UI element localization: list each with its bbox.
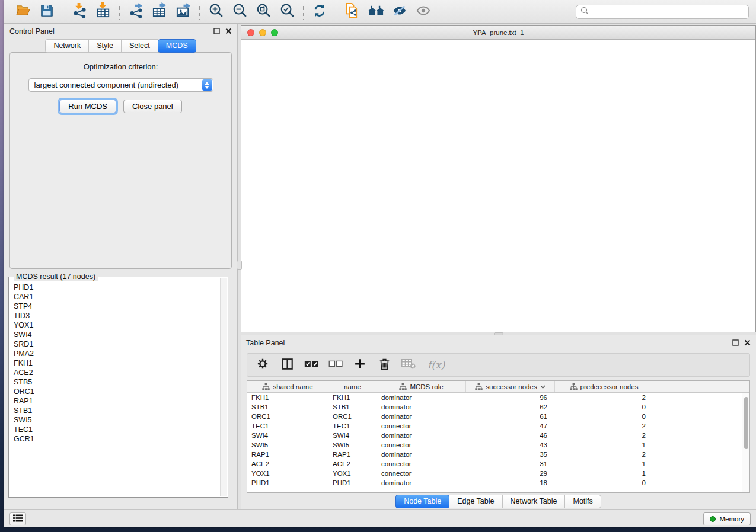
table-cell[interactable]: connector — [377, 460, 466, 467]
table-cell[interactable]: 46 — [466, 432, 555, 439]
result-list-item[interactable]: PHD1 — [14, 283, 220, 292]
table-cell[interactable]: connector — [377, 470, 466, 477]
tab-motifs[interactable]: Motifs — [564, 495, 601, 508]
table-cell[interactable]: FKH1 — [328, 394, 377, 401]
tab-node-table[interactable]: Node Table — [395, 495, 449, 508]
table-row[interactable]: PHD1PHD1dominator180 — [247, 478, 749, 488]
panel-resize-handle-vertical[interactable] — [237, 261, 242, 270]
tab-edge-table[interactable]: Edge Table — [449, 495, 502, 508]
duplicate-network-button[interactable] — [340, 2, 364, 21]
delete-column-button[interactable] — [377, 357, 392, 373]
open-session-button[interactable] — [11, 2, 35, 21]
result-list-item[interactable]: YOX1 — [14, 321, 220, 330]
table-cell[interactable]: 61 — [466, 413, 555, 420]
table-cell[interactable]: 1 — [555, 460, 653, 467]
table-row[interactable]: TEC1TEC1connector472 — [247, 421, 749, 431]
table-cell[interactable]: 29 — [466, 470, 555, 477]
result-list-item[interactable]: ORC1 — [14, 387, 220, 396]
column-header-successor-nodes[interactable]: successor nodes — [466, 381, 555, 392]
table-cell[interactable]: 2 — [555, 451, 653, 458]
result-list-item[interactable]: FKH1 — [14, 358, 220, 368]
table-cell[interactable]: 96 — [466, 394, 555, 401]
tab-network-table[interactable]: Network Table — [502, 495, 566, 508]
import-network-button[interactable] — [68, 2, 91, 21]
hide-selected-button[interactable] — [388, 2, 412, 21]
network-canvas[interactable] — [241, 40, 755, 332]
table-cell[interactable]: SWI4 — [247, 432, 328, 439]
table-row[interactable]: FKH1FKH1dominator962 — [247, 393, 749, 402]
result-list-item[interactable]: RAP1 — [14, 396, 220, 406]
result-list-item[interactable]: SWI5 — [14, 415, 220, 425]
table-cell[interactable]: 18 — [466, 479, 555, 486]
table-settings-button[interactable] — [255, 357, 270, 373]
table-cell[interactable]: 1 — [555, 441, 653, 448]
mcds-result-scrollbar[interactable] — [220, 278, 227, 496]
table-cell[interactable]: SWI4 — [328, 432, 377, 439]
result-list-item[interactable]: GCR1 — [14, 434, 220, 444]
table-cell[interactable]: ACE2 — [247, 460, 328, 467]
column-header-MCDS-role[interactable]: MCDS role — [377, 381, 466, 392]
result-list-item[interactable]: STB5 — [14, 377, 220, 387]
column-visibility-button[interactable] — [279, 357, 295, 373]
table-cell[interactable]: TEC1 — [328, 422, 377, 430]
table-row[interactable]: YOX1YOX1connector291 — [247, 469, 749, 478]
zoom-in-button[interactable] — [204, 2, 228, 21]
search-input[interactable] — [592, 8, 744, 16]
result-list-item[interactable]: PMA2 — [14, 349, 220, 358]
window-maximize-icon[interactable] — [271, 29, 278, 36]
deselect-all-rows-button[interactable] — [328, 357, 343, 373]
memory-button[interactable]: Memory — [703, 512, 751, 525]
task-history-button[interactable] — [9, 512, 26, 525]
close-table-panel-icon[interactable] — [744, 338, 751, 348]
table-row[interactable]: ACE2ACE2connector311 — [247, 459, 749, 469]
panel-resize-handle-horizontal[interactable] — [494, 332, 503, 335]
table-cell[interactable]: 43 — [466, 441, 555, 448]
table-cell[interactable]: 0 — [555, 479, 653, 486]
table-cell[interactable]: SWI5 — [247, 441, 328, 448]
table-cell[interactable]: ACE2 — [328, 460, 377, 467]
close-panel-button[interactable]: Close panel — [123, 100, 182, 113]
table-cell[interactable]: YOX1 — [328, 470, 377, 477]
optimization-criterion-select[interactable]: largest connected component (undirected) — [28, 78, 213, 92]
save-session-button[interactable] — [35, 2, 59, 21]
tab-style[interactable]: Style — [88, 39, 122, 53]
table-scrollbar-thumb[interactable] — [744, 397, 748, 449]
table-cell[interactable]: RAP1 — [247, 451, 328, 458]
result-list-item[interactable]: SRD1 — [14, 339, 220, 349]
table-cell[interactable]: ORC1 — [328, 413, 377, 420]
table-cell[interactable]: 62 — [466, 403, 555, 411]
result-list-item[interactable]: ACE2 — [14, 368, 220, 377]
table-cell[interactable]: dominator — [377, 479, 466, 486]
table-cell[interactable]: RAP1 — [328, 451, 377, 458]
table-cell[interactable]: dominator — [377, 394, 466, 401]
table-row[interactable]: SWI4SWI4dominator462 — [247, 431, 749, 440]
table-cell[interactable]: 2 — [555, 432, 653, 439]
run-mcds-button[interactable]: Run MCDS — [59, 100, 116, 113]
result-list-item[interactable]: CAR1 — [14, 292, 220, 302]
close-panel-icon[interactable] — [225, 26, 232, 37]
column-header-name[interactable]: name — [328, 381, 377, 392]
table-cell[interactable]: dominator — [377, 432, 466, 439]
table-scrollbar[interactable] — [742, 393, 749, 492]
zoom-fit-button[interactable] — [251, 2, 275, 21]
table-cell[interactable]: 2 — [555, 394, 653, 401]
import-table-button[interactable] — [91, 2, 115, 21]
zoom-selected-button[interactable] — [275, 2, 299, 21]
result-list-item[interactable]: TEC1 — [14, 425, 220, 434]
export-network-button[interactable] — [124, 2, 148, 21]
table-cell[interactable]: TEC1 — [247, 422, 328, 430]
table-cell[interactable]: connector — [377, 441, 466, 448]
table-row[interactable]: RAP1RAP1dominator352 — [247, 450, 749, 459]
table-cell[interactable]: connector — [377, 422, 466, 430]
result-list-item[interactable]: SWI4 — [14, 330, 220, 339]
create-column-button[interactable] — [352, 357, 368, 373]
table-cell[interactable]: 0 — [555, 413, 653, 420]
window-close-icon[interactable] — [247, 29, 254, 36]
mcds-result-list[interactable]: PHD1CAR1STP4TID3YOX1SWI4SRD1PMA2FKH1ACE2… — [9, 278, 220, 496]
column-header-predecessor-nodes[interactable]: predecessor nodes — [555, 381, 653, 392]
table-cell[interactable]: PHD1 — [247, 479, 328, 486]
network-canvas-svg[interactable] — [241, 40, 755, 332]
table-cell[interactable]: 1 — [555, 470, 653, 477]
table-cell[interactable]: dominator — [377, 413, 466, 420]
zoom-out-button[interactable] — [228, 2, 251, 21]
